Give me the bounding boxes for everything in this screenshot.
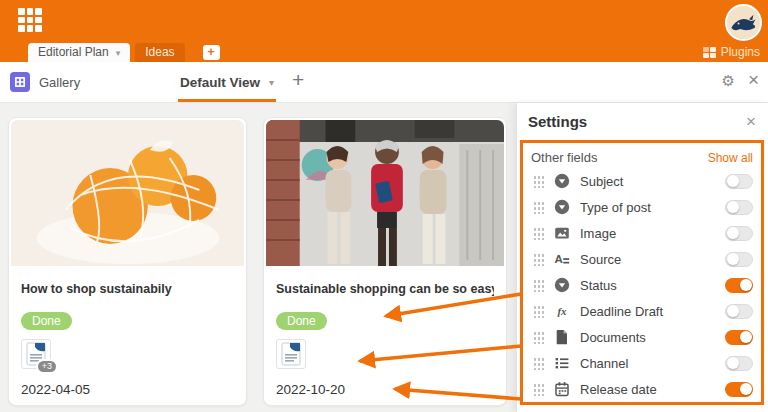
drag-handle-icon[interactable] [533,200,544,214]
field-label: Image [580,226,725,241]
formula-icon: fx [554,303,570,319]
show-all-link[interactable]: Show all [708,151,753,165]
documents-field: +3 [21,339,55,371]
field-label: Deadline Draft [580,304,725,319]
field-row: Status [531,272,753,298]
table-tab-bar: Editorial Plan▾ Ideas + [28,43,220,62]
gear-icon[interactable]: ⚙ [722,72,735,90]
field-label: Status [580,278,725,293]
field-toggle[interactable] [725,304,753,319]
close-icon[interactable]: × [748,69,759,91]
field-label: Channel [580,356,725,371]
field-row: Image [531,220,753,246]
card-photo-oranges [11,120,244,266]
tab-editorial-plan[interactable]: Editorial Plan▾ [28,43,130,62]
image-icon [554,225,570,241]
gallery-card[interactable]: How to shop sustainabily Done +3 [8,117,247,406]
field-row: fxDeadline Draft [531,298,753,324]
document-icon[interactable] [276,339,306,369]
field-toggle[interactable] [725,356,753,371]
field-row: Subject [531,168,753,194]
view-type-label: Gallery [39,75,80,90]
view-toolbar: Gallery Default View ▾ + ⚙ × [0,62,768,103]
app-menu-grid-icon[interactable] [18,8,42,32]
field-row: Release date [531,376,753,402]
field-label: Source [580,252,725,267]
drag-handle-icon[interactable] [533,252,544,266]
other-fields-box: Other fields Show all SubjectType of pos… [520,140,764,405]
chevron-down-icon: ▾ [116,48,121,58]
gallery-card[interactable]: Sustainable shopping can be so easy! Don… [263,117,507,406]
user-avatar[interactable] [725,4,762,41]
other-fields-label: Other fields [531,150,597,165]
plugins-label: Plugins [721,45,760,59]
status-badge: Done [21,312,72,330]
field-toggle[interactable] [725,174,753,189]
add-view-button[interactable]: + [292,68,304,92]
release-date: 2022-04-05 [21,382,234,397]
calendar-icon [554,381,570,397]
field-row: Channel [531,350,753,376]
tab-ideas[interactable]: Ideas [135,43,184,62]
field-row: Type of post [531,194,753,220]
settings-panel: Settings × Other fields Show all Subject… [516,103,768,412]
file-icon [554,329,570,345]
gallery-icon [10,72,30,92]
whale-avatar-icon [727,6,760,39]
view-type-selector[interactable]: Gallery [10,62,80,102]
gallery-content: How to shop sustainabily Done +3 [0,103,768,412]
field-toggle[interactable] [725,252,753,267]
drag-handle-icon[interactable] [533,356,544,370]
drag-handle-icon[interactable] [533,278,544,292]
settings-panel-title: Settings [528,113,587,130]
chevron-down-icon: ▾ [269,77,274,88]
field-toggle[interactable] [725,330,753,345]
document-count-badge: +3 [36,359,58,374]
field-list: SubjectType of postImageASourceStatusfxD… [531,168,753,402]
view-name: Default View [180,75,260,90]
plugins-icon [703,47,716,58]
drag-handle-icon[interactable] [533,382,544,396]
add-table-button[interactable]: + [203,45,220,60]
drag-handle-icon[interactable] [533,330,544,344]
text-icon: A [554,251,570,267]
top-bar: Editorial Plan▾ Ideas + Plugins [0,0,768,62]
field-label: Type of post [580,200,725,215]
drag-handle-icon[interactable] [533,226,544,240]
single-select-icon [554,173,570,189]
card-title: Sustainable shopping can be so easy! [276,282,494,296]
list-icon [554,355,570,371]
drag-handle-icon[interactable] [533,174,544,188]
close-icon[interactable]: × [746,112,756,132]
field-label: Subject [580,174,725,189]
release-date: 2022-10-20 [276,382,494,397]
svg-text:A: A [555,253,563,265]
status-badge: Done [276,312,327,330]
field-label: Documents [580,330,725,345]
view-tab-default-view[interactable]: Default View ▾ [178,62,276,102]
field-toggle[interactable] [725,200,753,215]
field-row: Documents [531,324,753,350]
card-title: How to shop sustainabily [21,282,234,296]
field-toggle[interactable] [725,226,753,241]
documents-field [276,339,310,371]
editorial-plan-app: Editorial Plan▾ Ideas + Plugins Gallery … [0,0,768,412]
tab-label: Editorial Plan [38,45,109,59]
single-select-icon [554,277,570,293]
field-toggle[interactable] [725,278,753,293]
field-toggle[interactable] [725,382,753,397]
single-select-icon [554,199,570,215]
field-label: Release date [580,382,725,397]
field-row: ASource [531,246,753,272]
tab-label: Ideas [145,45,174,59]
plugins-button[interactable]: Plugins [703,45,760,59]
drag-handle-icon[interactable] [533,304,544,318]
card-photo-people [266,120,504,266]
